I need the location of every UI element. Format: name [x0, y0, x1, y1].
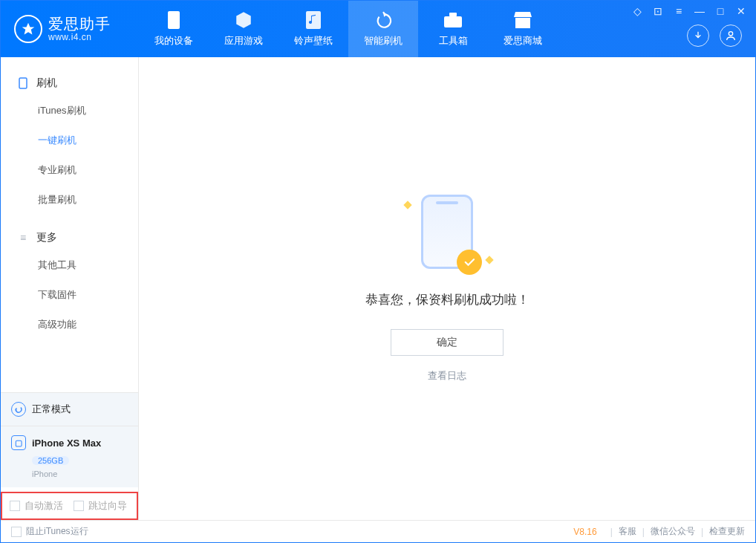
mode-icon: [11, 402, 26, 417]
svg-point-6: [729, 32, 732, 36]
menu-icon[interactable]: ≡: [672, 5, 685, 17]
check-badge-icon: [457, 250, 482, 275]
svg-rect-4: [449, 13, 457, 16]
footer: 阻止iTunes运行 V8.16 | 客服 | 微信公众号 | 检查更新: [1, 520, 755, 542]
version-label: V8.16: [573, 527, 596, 537]
checkbox-icon: [10, 501, 20, 511]
shop-icon: [513, 10, 532, 30]
download-button[interactable]: [687, 25, 709, 47]
tab-label: 智能刷机: [364, 34, 403, 48]
main-panel: 恭喜您，保资料刷机成功啦！ 确定 查看日志: [139, 57, 755, 520]
tab-ring-wallpaper[interactable]: 铃声壁纸: [278, 1, 348, 57]
tab-my-device[interactable]: 我的设备: [139, 1, 209, 57]
sidebar-item-batch-flash[interactable]: 批量刷机: [1, 185, 138, 215]
menu-icon: ≡: [17, 232, 29, 244]
svg-marker-2: [383, 12, 387, 17]
skip-setup-checkbox[interactable]: 跳过向导: [74, 499, 127, 513]
svg-rect-1: [306, 11, 321, 29]
section-more[interactable]: ≡ 更多: [1, 225, 138, 250]
sidebar-item-other-tools[interactable]: 其他工具: [1, 250, 138, 280]
window-controls: ◇ ⊡ ≡ — □ ✕: [630, 5, 748, 17]
tab-label: 应用游戏: [224, 34, 263, 48]
block-itunes-label[interactable]: 阻止iTunes运行: [26, 525, 88, 538]
footer-link-update[interactable]: 检查更新: [709, 525, 745, 538]
close-icon[interactable]: ✕: [734, 5, 748, 17]
mode-label: 正常模式: [32, 403, 71, 416]
sparkle-icon: [403, 201, 411, 209]
maximize-icon[interactable]: □: [714, 5, 727, 17]
toolbox-icon: [443, 10, 463, 30]
sidebar-item-advanced[interactable]: 高级功能: [1, 310, 138, 339]
tab-label: 工具箱: [439, 34, 468, 48]
svg-rect-7: [19, 78, 27, 88]
skin-icon[interactable]: ◇: [630, 5, 644, 17]
app-logo: 爱思助手 www.i4.cn: [1, 15, 139, 43]
tab-toolbox[interactable]: 工具箱: [418, 1, 488, 57]
content-area: 刷机 iTunes刷机 一键刷机 专业刷机 批量刷机 ≡ 更多 其他工具 下载固…: [1, 57, 755, 520]
footer-link-wechat[interactable]: 微信公众号: [651, 525, 695, 538]
phone-icon: [164, 10, 183, 30]
tab-smart-flash[interactable]: 智能刷机: [348, 1, 418, 57]
sidebar: 刷机 iTunes刷机 一键刷机 专业刷机 批量刷机 ≡ 更多 其他工具 下载固…: [1, 57, 139, 520]
sidebar-item-download-firmware[interactable]: 下载固件: [1, 280, 138, 310]
app-name: 爱思助手: [48, 16, 111, 32]
device-name: iPhone XS Max: [32, 438, 101, 449]
checkbox-label: 自动激活: [25, 499, 63, 513]
svg-rect-5: [515, 18, 530, 28]
sidebar-item-one-click-flash[interactable]: 一键刷机: [1, 126, 138, 155]
tab-label: 爱思商城: [504, 34, 542, 48]
checkbox-icon: [74, 501, 84, 511]
device-block[interactable]: ▢ iPhone XS Max 256GB iPhone: [1, 426, 138, 487]
ok-button[interactable]: 确定: [391, 329, 504, 356]
app-header: 爱思助手 www.i4.cn 我的设备 应用游戏 铃声壁纸 智能刷机 工具箱 爱…: [1, 1, 755, 57]
section-title: 更多: [36, 231, 57, 244]
tab-shop[interactable]: 爱思商城: [488, 1, 558, 57]
sparkle-icon: [485, 256, 493, 264]
sidebar-item-itunes-flash[interactable]: iTunes刷机: [1, 96, 138, 126]
refresh-icon: [374, 10, 393, 30]
svg-rect-0: [168, 11, 180, 29]
nav-tabs: 我的设备 应用游戏 铃声壁纸 智能刷机 工具箱 爱思商城: [139, 1, 558, 57]
view-log-link[interactable]: 查看日志: [428, 369, 466, 383]
sidebar-item-pro-flash[interactable]: 专业刷机: [1, 155, 138, 185]
phone-icon: [17, 77, 29, 89]
checkbox-label: 跳过向导: [88, 499, 127, 513]
feedback-icon[interactable]: ⊡: [651, 5, 665, 17]
device-capacity: 256GB: [32, 456, 69, 465]
section-flash[interactable]: 刷机: [1, 71, 138, 96]
tab-label: 我的设备: [154, 34, 193, 48]
header-right-actions: [687, 25, 742, 47]
tab-label: 铃声壁纸: [294, 34, 333, 48]
success-message: 恭喜您，保资料刷机成功啦！: [365, 291, 529, 308]
app-url: www.i4.cn: [48, 32, 111, 42]
section-title: 刷机: [36, 77, 57, 90]
auto-activate-checkbox[interactable]: 自动激活: [10, 499, 63, 513]
device-type: iPhone: [32, 469, 128, 478]
music-icon: [304, 10, 323, 30]
checkbox-icon[interactable]: [11, 527, 22, 537]
footer-link-support[interactable]: 客服: [619, 525, 636, 538]
user-button[interactable]: [720, 25, 742, 47]
minimize-icon[interactable]: —: [693, 5, 706, 17]
mode-block[interactable]: 正常模式: [1, 392, 138, 426]
cube-icon: [234, 10, 253, 30]
success-illustration: [421, 195, 473, 269]
checkbox-highlight-row: 自动激活 跳过向导: [1, 492, 138, 520]
tab-apps-games[interactable]: 应用游戏: [209, 1, 278, 57]
svg-rect-3: [444, 16, 462, 27]
logo-icon: [14, 15, 42, 43]
device-icon: ▢: [11, 435, 26, 450]
